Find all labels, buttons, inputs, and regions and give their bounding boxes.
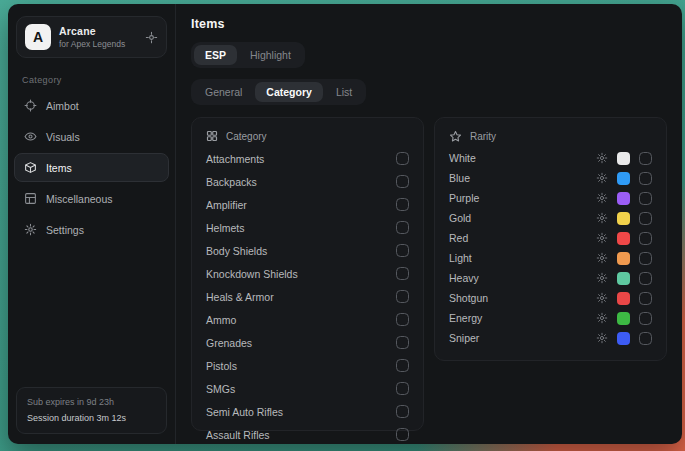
rarity-list: White Blue Purple Gold	[449, 148, 652, 348]
rarity-checkbox[interactable]	[639, 232, 652, 245]
sidebar-item-items[interactable]: Items	[14, 153, 169, 182]
color-swatch[interactable]	[617, 212, 630, 225]
category-row: Grenades	[206, 331, 409, 354]
star-icon	[449, 130, 462, 143]
rarity-checkbox[interactable]	[639, 192, 652, 205]
sidebar-nav: Aimbot Visuals Items Miscellaneous Setti…	[8, 89, 175, 246]
gear-icon[interactable]	[596, 252, 608, 264]
rarity-row: White	[449, 148, 652, 168]
sub-expires-text: Sub expires in 9d 23h	[27, 395, 156, 410]
tab-general[interactable]: General	[194, 82, 253, 102]
category-row-label: Body Shields	[206, 245, 267, 257]
panels: Category Attachments Backpacks Amplifier…	[191, 117, 667, 431]
tab-category[interactable]: Category	[255, 82, 323, 102]
rarity-panel: Rarity White Blue Purple	[434, 117, 667, 361]
color-swatch[interactable]	[617, 192, 630, 205]
target-icon[interactable]	[145, 31, 158, 44]
color-swatch[interactable]	[617, 272, 630, 285]
rarity-row-label: Shotgun	[449, 292, 587, 304]
rarity-row: Shotgun	[449, 288, 652, 308]
tab-esp[interactable]: ESP	[194, 45, 237, 65]
app-window: A Arcane for Apex Legends Category Aimbo…	[8, 4, 682, 444]
category-checkbox[interactable]	[396, 290, 409, 303]
category-row-label: Backpacks	[206, 176, 257, 188]
sidebar-item-label: Settings	[46, 224, 84, 236]
rarity-row: Sniper	[449, 328, 652, 348]
gear-icon[interactable]	[596, 192, 608, 204]
gear-icon[interactable]	[596, 272, 608, 284]
rarity-checkbox[interactable]	[639, 292, 652, 305]
category-row-label: Semi Auto Rifles	[206, 406, 283, 418]
color-swatch[interactable]	[617, 152, 630, 165]
sidebar-item-miscellaneous[interactable]: Miscellaneous	[14, 184, 169, 213]
sidebar-item-visuals[interactable]: Visuals	[14, 122, 169, 151]
session-duration-text: Session duration 3m 12s	[27, 411, 156, 426]
rarity-row-label: White	[449, 152, 587, 164]
category-checkbox[interactable]	[396, 221, 409, 234]
gear-icon[interactable]	[596, 332, 608, 344]
rarity-panel-header: Rarity	[449, 127, 652, 148]
tab-list[interactable]: List	[325, 82, 363, 102]
color-swatch[interactable]	[617, 252, 630, 265]
category-row: Heals & Armor	[206, 285, 409, 308]
category-checkbox[interactable]	[396, 405, 409, 418]
app-title: Arcane	[59, 25, 125, 37]
eye-icon	[24, 130, 37, 143]
color-swatch[interactable]	[617, 232, 630, 245]
rarity-row: Light	[449, 248, 652, 268]
category-checkbox[interactable]	[396, 359, 409, 372]
category-row-label: Heals & Armor	[206, 291, 274, 303]
category-row-label: Ammo	[206, 314, 236, 326]
layout-icon	[24, 192, 37, 205]
gear-icon[interactable]	[596, 172, 608, 184]
rarity-checkbox[interactable]	[639, 332, 652, 345]
gear-icon[interactable]	[596, 312, 608, 324]
sidebar-item-aimbot[interactable]: Aimbot	[14, 91, 169, 120]
rarity-row-label: Red	[449, 232, 587, 244]
category-row: Ammo	[206, 308, 409, 331]
category-row: Helmets	[206, 216, 409, 239]
category-row-label: Grenades	[206, 337, 252, 349]
color-swatch[interactable]	[617, 332, 630, 345]
color-swatch[interactable]	[617, 292, 630, 305]
category-checkbox[interactable]	[396, 313, 409, 326]
sidebar-item-settings[interactable]: Settings	[14, 215, 169, 244]
category-row: Amplifier	[206, 193, 409, 216]
category-checkbox[interactable]	[396, 152, 409, 165]
rarity-checkbox[interactable]	[639, 212, 652, 225]
rarity-checkbox[interactable]	[639, 272, 652, 285]
color-swatch[interactable]	[617, 172, 630, 185]
category-checkbox[interactable]	[396, 267, 409, 280]
category-checkbox[interactable]	[396, 336, 409, 349]
rarity-row: Gold	[449, 208, 652, 228]
tab-highlight[interactable]: Highlight	[239, 45, 302, 65]
category-checkbox[interactable]	[396, 382, 409, 395]
rarity-row-label: Purple	[449, 192, 587, 204]
category-checkbox[interactable]	[396, 428, 409, 441]
gear-icon[interactable]	[596, 152, 608, 164]
rarity-row-label: Blue	[449, 172, 587, 184]
category-row-label: Helmets	[206, 222, 245, 234]
rarity-row-label: Sniper	[449, 332, 587, 344]
gear-icon[interactable]	[596, 232, 608, 244]
gear-icon	[24, 223, 37, 236]
rarity-row: Red	[449, 228, 652, 248]
category-row: Pistols	[206, 354, 409, 377]
rarity-row: Purple	[449, 188, 652, 208]
color-swatch[interactable]	[617, 312, 630, 325]
category-checkbox[interactable]	[396, 198, 409, 211]
gear-icon[interactable]	[596, 212, 608, 224]
rarity-checkbox[interactable]	[639, 252, 652, 265]
rarity-checkbox[interactable]	[639, 152, 652, 165]
category-checkbox[interactable]	[396, 175, 409, 188]
category-checkbox[interactable]	[396, 244, 409, 257]
rarity-checkbox[interactable]	[639, 312, 652, 325]
subscription-box: Sub expires in 9d 23h Session duration 3…	[16, 387, 167, 434]
rarity-checkbox[interactable]	[639, 172, 652, 185]
gear-icon[interactable]	[596, 292, 608, 304]
category-panel-header: Category	[206, 127, 409, 147]
category-list: Attachments Backpacks Amplifier Helmets …	[206, 147, 409, 444]
crosshair-icon	[24, 99, 37, 112]
category-row-label: SMGs	[206, 383, 235, 395]
rarity-row-label: Light	[449, 252, 587, 264]
